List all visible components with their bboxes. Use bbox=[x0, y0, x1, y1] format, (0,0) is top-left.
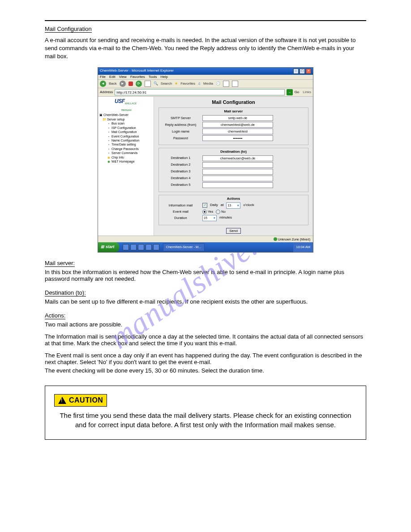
screenshot-figure: ChemWeb-Server - Microsoft Internet Expl… bbox=[45, 67, 366, 253]
ql-icon[interactable] bbox=[146, 244, 152, 250]
window-buttons: – ▢ × bbox=[293, 69, 311, 74]
daily-checkbox[interactable] bbox=[202, 203, 207, 208]
menu-view[interactable]: View bbox=[119, 75, 127, 79]
address-input[interactable] bbox=[115, 89, 284, 95]
caution-label: CAUTION bbox=[69, 396, 103, 404]
caution-box: CAUTION The first time you send these da… bbox=[45, 386, 366, 440]
tree-chip-info[interactable]: ◉Chip Info bbox=[99, 155, 153, 159]
section-heading-mail-config: Mail Configuration bbox=[45, 26, 92, 33]
ql-icon[interactable] bbox=[130, 244, 137, 250]
tree-mail-config[interactable]: ▫Mail Configuration bbox=[99, 130, 153, 134]
heading-destination: Destination (to): bbox=[45, 289, 86, 296]
address-label: Address bbox=[100, 90, 113, 94]
dest2-input[interactable] bbox=[202, 162, 273, 168]
tree-server-commands[interactable]: ▫Server Commands bbox=[99, 151, 153, 155]
menu-file[interactable]: File bbox=[100, 75, 106, 79]
tree-root[interactable]: ▣ChemWeb-Server bbox=[99, 113, 153, 117]
smtp-label: SMTP Server bbox=[162, 116, 200, 120]
group-destination: Destination (to) Destination 1chemwebuse… bbox=[158, 148, 308, 192]
address-bar: Address → Go Links bbox=[98, 88, 313, 97]
heading-actions: Actions: bbox=[45, 312, 65, 319]
info-mail-label: Information mail bbox=[162, 204, 200, 207]
window-title: ChemWeb-Server - Microsoft Internet Expl… bbox=[100, 69, 174, 73]
event-no-radio[interactable]: No bbox=[216, 210, 226, 214]
login-label: Login name bbox=[162, 130, 200, 133]
duration-label: Duration bbox=[162, 216, 200, 220]
tree-change-passwords[interactable]: ▫Change Passwords bbox=[99, 147, 153, 151]
tree-event-config[interactable]: ▫Event Configuration bbox=[99, 134, 153, 138]
back-button[interactable]: ◄ bbox=[100, 81, 106, 87]
go-label: Go bbox=[295, 90, 300, 94]
start-button[interactable]: ⊞start bbox=[98, 242, 119, 252]
print-icon[interactable] bbox=[232, 81, 238, 87]
dest4-input[interactable] bbox=[202, 176, 273, 181]
document-page: manualshive.com Mail Configuration A e-m… bbox=[0, 0, 411, 532]
dest5-input[interactable] bbox=[202, 182, 273, 188]
text-actions-event2: The event checking will be done every 15… bbox=[45, 367, 366, 374]
password-label: Password bbox=[162, 137, 200, 140]
ql-icon[interactable] bbox=[123, 244, 129, 250]
group-actions: Actions Information mail Daily at 13▾ o'… bbox=[158, 195, 308, 225]
forward-button[interactable]: ► bbox=[120, 81, 126, 87]
mail-toolbar-icon[interactable] bbox=[223, 81, 229, 87]
zone-icon bbox=[274, 237, 277, 241]
caution-sign: CAUTION bbox=[54, 394, 107, 407]
toolbar: ◄ Back ► ⟳ 🔍 Search ★ Favorites ♫ Media … bbox=[98, 80, 313, 88]
login-input[interactable]: chemwebtest bbox=[202, 129, 273, 134]
intro-text: A e-mail account for sending and receivi… bbox=[45, 36, 366, 61]
status-text: Unknown Zone (Mixed) bbox=[278, 238, 310, 241]
menu-tools[interactable]: Tools bbox=[149, 75, 157, 79]
search-icon[interactable]: 🔍 bbox=[154, 82, 158, 86]
tree-wt-homepage[interactable]: ◉W&T Homepage bbox=[99, 159, 153, 163]
chevron-down-icon: ▾ bbox=[214, 216, 215, 220]
hour-select[interactable]: 13▾ bbox=[226, 202, 240, 209]
panel-heading: Mail Configuration bbox=[158, 99, 308, 105]
ql-icon[interactable] bbox=[138, 244, 144, 250]
text-actions-intro: Two mail actions are possible. bbox=[45, 321, 366, 328]
window-titlebar: ChemWeb-Server - Microsoft Internet Expl… bbox=[98, 68, 313, 75]
tree-bus-scan[interactable]: ▫Bus scan bbox=[99, 121, 153, 125]
maximize-button[interactable]: ▢ bbox=[300, 69, 305, 74]
system-tray: 10:04 AM bbox=[293, 242, 313, 252]
dest1-input[interactable]: chemwebuser@web.de bbox=[202, 155, 273, 161]
favorites-label: Favorites bbox=[180, 82, 195, 86]
stop-button[interactable] bbox=[128, 82, 133, 86]
reply-input[interactable]: chemwebtest@web.de bbox=[202, 122, 273, 128]
ql-icon[interactable] bbox=[153, 244, 159, 250]
send-button[interactable]: Send bbox=[226, 228, 241, 234]
duration-select[interactable]: 15▾ bbox=[202, 215, 217, 221]
clock: 10:04 AM bbox=[296, 245, 310, 249]
taskbar-item[interactable]: ChemWeb-Server - M... bbox=[163, 243, 205, 251]
minimize-button[interactable]: – bbox=[293, 69, 299, 74]
tree-server-setup[interactable]: 📁Server setup bbox=[99, 117, 153, 121]
menu-help[interactable]: Help bbox=[160, 75, 167, 79]
at-label: at bbox=[221, 203, 224, 207]
media-label: Media bbox=[203, 82, 213, 86]
text-actions-event1: The Event mail is sent once a day only i… bbox=[45, 352, 366, 365]
close-button[interactable]: × bbox=[306, 69, 311, 74]
smtp-input[interactable]: smtp.web.de bbox=[202, 115, 273, 121]
event-yes-radio[interactable]: Yes bbox=[202, 210, 213, 214]
group-mail-server-title: Mail server bbox=[162, 110, 305, 114]
favorites-icon[interactable]: ★ bbox=[175, 82, 178, 86]
tree-name-config[interactable]: ▫Name Configuration bbox=[99, 138, 153, 142]
menu-favorites[interactable]: Favorites bbox=[130, 75, 145, 79]
refresh-button[interactable]: ⟳ bbox=[136, 81, 142, 87]
media-icon[interactable]: ♫ bbox=[198, 82, 201, 86]
tree-isp-config[interactable]: ▫ISP Configuration bbox=[99, 126, 153, 130]
password-input[interactable]: •••••••• bbox=[202, 135, 273, 141]
go-button[interactable]: → bbox=[287, 89, 293, 95]
history-icon[interactable]: 🕘 bbox=[216, 82, 220, 86]
warning-icon bbox=[58, 397, 66, 404]
tree-time-date[interactable]: ▫Time/Date setting bbox=[99, 142, 153, 146]
section-mailserver: Mail server: In this box the information… bbox=[45, 260, 366, 282]
group-mail-server: Mail server SMTP Serversmtp.web.de Reply… bbox=[158, 107, 308, 145]
links-label: Links bbox=[303, 90, 311, 94]
dest3-input[interactable] bbox=[202, 169, 273, 175]
quick-launch bbox=[121, 244, 161, 250]
daily-label: Daily bbox=[210, 203, 218, 207]
dest2-label: Destination 2 bbox=[162, 163, 200, 167]
search-label: Search bbox=[161, 82, 172, 86]
menu-edit[interactable]: Edit bbox=[109, 75, 116, 79]
home-button[interactable] bbox=[145, 81, 151, 87]
